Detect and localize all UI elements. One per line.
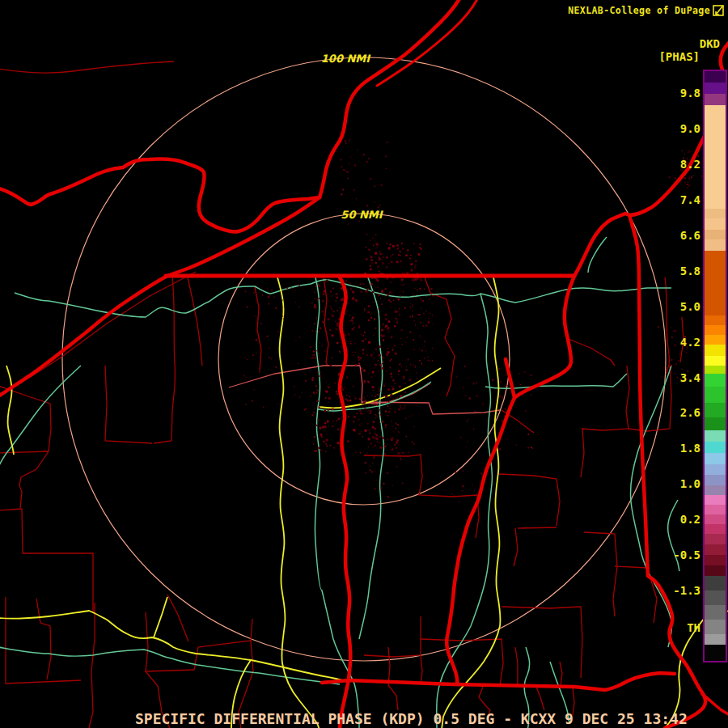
app-title: NEXLAB-College of DuPage bbox=[568, 5, 710, 16]
color-scale-band bbox=[705, 366, 726, 374]
color-scale-tick-label: -0.5 bbox=[673, 548, 700, 561]
product-caption: SPECIFIC DIFFERENTIAL PHASE (KDP) 0.5 DE… bbox=[135, 710, 688, 727]
color-scale-tick-label: 4.2 bbox=[680, 336, 700, 349]
color-scale-band bbox=[705, 345, 726, 356]
color-scale-band bbox=[705, 555, 726, 565]
color-scale-band bbox=[705, 230, 726, 239]
range-ring-50nmi bbox=[218, 214, 510, 505]
color-scale-band bbox=[705, 83, 726, 94]
color-scale-band bbox=[705, 645, 726, 661]
color-scale-band bbox=[705, 417, 726, 430]
color-scale-band bbox=[705, 475, 726, 485]
color-scale-band bbox=[705, 325, 726, 335]
color-scale-band bbox=[705, 534, 726, 544]
color-scale-tick-label: 9.0 bbox=[680, 122, 700, 135]
radar-map[interactable]: 100 NMI 50 NMI bbox=[0, 0, 728, 728]
color-scale-band bbox=[705, 495, 726, 505]
color-scale-tick-label: 5.8 bbox=[680, 265, 700, 277]
range-ring-100nmi bbox=[62, 57, 666, 661]
color-scale-band bbox=[705, 605, 726, 620]
ring-label-50nmi: 50 NMI bbox=[341, 209, 383, 221]
color-scale-tick-label: 6.6 bbox=[680, 229, 700, 242]
color-scale-band bbox=[705, 590, 726, 605]
color-scale-band bbox=[705, 576, 726, 590]
color-scale-band bbox=[705, 505, 726, 514]
color-scale-band bbox=[705, 105, 726, 209]
color-scale-band bbox=[705, 565, 726, 576]
color-scale-tick-label: 1.8 bbox=[680, 442, 700, 455]
radar-viewer-screen: 100 NMI 50 NMI NEXLAB-College of DuPage … bbox=[0, 0, 728, 728]
color-scale-tick-label: 0.2 bbox=[680, 513, 700, 526]
color-scale-bar bbox=[703, 70, 727, 662]
units-label: [PHAS] bbox=[658, 50, 700, 63]
color-scale-band bbox=[705, 335, 726, 345]
rivers bbox=[0, 237, 679, 728]
color-scale-tick-label: 3.4 bbox=[680, 371, 700, 384]
color-scale-band bbox=[705, 71, 726, 83]
color-scale-band bbox=[705, 94, 726, 105]
color-scale-band bbox=[705, 620, 726, 634]
color-scale-tick-label: 5.0 bbox=[680, 300, 700, 313]
color-scale-band bbox=[705, 464, 726, 475]
color-scale-tick-label: 9.8 bbox=[680, 87, 700, 99]
color-scale-tick-label: 1.0 bbox=[680, 477, 700, 490]
color-scale-tick-label: -1.3 bbox=[673, 584, 700, 597]
product-code-label: DKD bbox=[700, 37, 720, 50]
color-scale-band bbox=[705, 514, 726, 524]
color-scale-band bbox=[705, 485, 726, 495]
color-scale-band bbox=[705, 374, 726, 387]
color-scale-band bbox=[705, 209, 726, 218]
color-scale-band bbox=[705, 239, 726, 251]
color-scale-tick-label: 7.4 bbox=[680, 193, 700, 206]
color-scale-tick-label: 2.6 bbox=[680, 406, 700, 419]
color-scale-band bbox=[705, 403, 726, 417]
color-scale-band bbox=[705, 544, 726, 555]
color-scale-band bbox=[705, 218, 726, 230]
color-scale-band bbox=[705, 251, 726, 315]
radar-echo-core bbox=[346, 254, 388, 443]
color-scale-band bbox=[705, 442, 726, 453]
color-scale-band bbox=[705, 453, 726, 464]
color-scale-band bbox=[705, 634, 726, 645]
cod-weather-flag-icon[interactable] bbox=[713, 5, 724, 16]
color-scale-band bbox=[705, 524, 726, 534]
color-scale-band bbox=[705, 356, 726, 366]
color-scale-band bbox=[705, 430, 726, 442]
secondary-borders bbox=[229, 366, 500, 414]
ring-label-100nmi: 100 NMI bbox=[321, 53, 371, 65]
color-scale-tick-label: TH bbox=[687, 621, 700, 634]
color-scale-band bbox=[705, 387, 726, 403]
color-scale-tick-label: 8.2 bbox=[680, 158, 700, 171]
range-rings bbox=[62, 57, 666, 661]
color-scale-band bbox=[705, 315, 726, 325]
